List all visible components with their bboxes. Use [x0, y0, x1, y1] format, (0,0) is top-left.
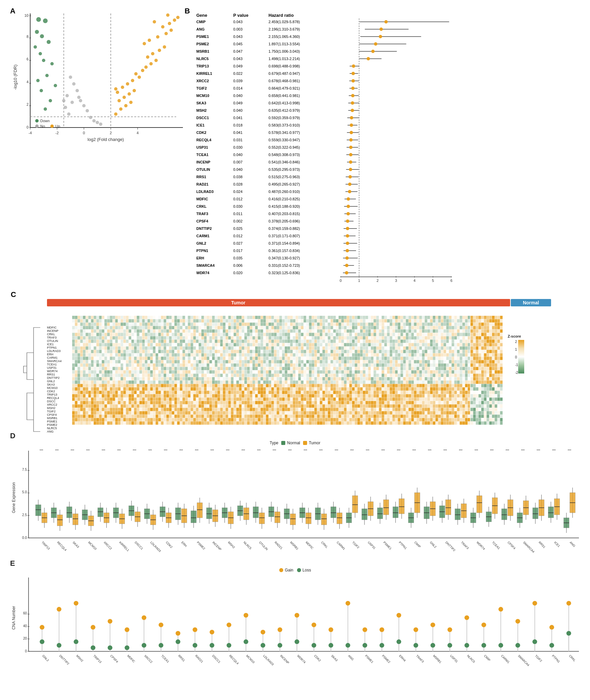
svg-point-622 [91, 625, 95, 630]
svg-text:SKA3: SKA3 [72, 541, 80, 548]
svg-point-677 [278, 628, 282, 632]
svg-point-56 [64, 106, 67, 109]
svg-point-179 [351, 101, 354, 105]
svg-text:CRKL: CRKL [196, 204, 207, 208]
svg-point-649 [176, 639, 180, 644]
svg-point-77 [149, 62, 153, 65]
svg-point-74 [116, 91, 119, 94]
svg-point-239 [348, 190, 351, 193]
svg-text:***: *** [288, 449, 292, 452]
svg-point-38 [45, 74, 49, 77]
svg-text:RAD21: RAD21 [195, 654, 204, 663]
svg-point-229 [348, 175, 352, 179]
panel-e-label: E [10, 559, 15, 567]
svg-text:ERH: ERH [181, 541, 188, 548]
zscore-legend: Z-score 2 1 0 -1 -2 [508, 334, 535, 425]
svg-text:XRCC2: XRCC2 [103, 541, 113, 550]
svg-rect-579 [548, 507, 553, 518]
svg-point-49 [82, 104, 86, 107]
svg-point-664 [227, 643, 231, 648]
svg-point-129 [380, 28, 383, 31]
volcano-plot: 0 2 4 6 8 10 -4 -2 0 2 4 [12, 10, 183, 144]
svg-text:4: 4 [413, 279, 415, 282]
svg-text:0.592(0.359-0.979): 0.592(0.359-0.979) [268, 116, 300, 120]
legend-tumor-label: Tumor [309, 441, 320, 445]
svg-point-71 [138, 76, 141, 79]
svg-text:OTULIN: OTULIN [196, 167, 210, 171]
svg-text:0.535(0.295-0.973): 0.535(0.295-0.973) [268, 167, 300, 171]
svg-point-707 [380, 628, 384, 632]
svg-point-42 [49, 99, 52, 102]
svg-point-41 [40, 89, 43, 92]
svg-text:RECQL4: RECQL4 [56, 541, 67, 552]
row-ab: A 0 2 4 6 8 10 -4 -2 [10, 7, 580, 283]
svg-rect-531 [455, 509, 460, 520]
svg-rect-542 [477, 496, 482, 513]
svg-text:2.155(1.065-4.360): 2.155(1.065-4.360) [268, 35, 300, 39]
svg-text:0.018: 0.018 [233, 123, 243, 127]
svg-point-732 [464, 615, 469, 620]
svg-point-284 [345, 256, 349, 260]
svg-rect-315 [36, 505, 41, 516]
svg-point-66 [128, 92, 131, 96]
svg-text:***: *** [242, 449, 245, 452]
svg-text:Down: Down [40, 119, 50, 123]
svg-text:***: *** [164, 449, 167, 452]
svg-text:0.658(0.441-0.981): 0.658(0.441-0.981) [268, 94, 300, 98]
svg-text:0.416(0.210-0.825): 0.416(0.210-0.825) [268, 197, 300, 201]
svg-text:Hazard ratio: Hazard ratio [268, 13, 294, 18]
svg-text:NLRC5: NLRC5 [466, 654, 476, 663]
svg-text:PSME1: PSME1 [364, 654, 374, 664]
svg-text:INCENP: INCENP [196, 160, 210, 164]
svg-text:GNL2: GNL2 [429, 541, 437, 549]
svg-rect-494 [383, 500, 389, 515]
svg-text:CDK2: CDK2 [196, 131, 206, 135]
svg-point-65 [122, 96, 126, 99]
svg-point-62 [124, 104, 128, 107]
svg-text:MSRB1: MSRB1 [432, 654, 442, 664]
svg-text:2: 2 [377, 279, 379, 282]
svg-point-704 [362, 643, 367, 648]
svg-point-619 [74, 639, 79, 644]
svg-point-79 [146, 55, 149, 59]
svg-point-52 [89, 116, 92, 119]
svg-point-36 [42, 59, 45, 62]
svg-rect-491 [377, 508, 383, 519]
svg-rect-555 [502, 509, 507, 520]
svg-text:Normal: Normal [523, 300, 539, 305]
svg-point-254 [346, 212, 350, 215]
svg-text:***: *** [148, 449, 152, 452]
svg-point-89 [168, 22, 171, 25]
svg-point-294 [345, 271, 348, 274]
svg-point-80 [151, 52, 154, 55]
svg-text:0.025: 0.025 [233, 227, 243, 231]
svg-text:0.635(0.412-0.979): 0.635(0.412-0.979) [268, 108, 300, 112]
svg-point-754 [532, 639, 537, 644]
svg-point-84 [148, 39, 151, 42]
svg-point-174 [351, 94, 354, 97]
svg-text:20: 20 [23, 637, 27, 640]
svg-text:0.0: 0.0 [22, 536, 27, 540]
svg-text:1: 1 [358, 279, 360, 282]
svg-rect-483 [362, 509, 367, 520]
svg-point-51 [67, 112, 70, 116]
svg-point-169 [351, 87, 355, 90]
svg-point-724 [431, 643, 435, 648]
svg-text:***: *** [521, 449, 525, 452]
svg-text:DSCC1: DSCC1 [211, 654, 221, 664]
svg-text:0.347(0.130-0.927): 0.347(0.130-0.927) [268, 256, 300, 260]
svg-point-607 [40, 625, 44, 630]
svg-text:ANG: ANG [347, 654, 354, 661]
svg-text:***: *** [350, 449, 354, 452]
svg-point-96 [35, 124, 39, 128]
svg-text:-log10 (FDR): -log10 (FDR) [13, 64, 18, 90]
panel-b: B Gene P value Hazard ratio 0 1 2 3 4 5 … [185, 7, 580, 283]
svg-point-747 [515, 619, 520, 623]
svg-point-269 [346, 234, 349, 238]
svg-text:60: 60 [23, 611, 27, 615]
svg-text:MSH2: MSH2 [76, 654, 84, 662]
svg-text:1.897(1.013-3.554): 1.897(1.013-3.554) [268, 42, 300, 46]
svg-text:USP31: USP31 [367, 541, 376, 550]
svg-text:PSME2: PSME2 [381, 654, 391, 664]
svg-text:TGIF2: TGIF2 [351, 541, 360, 549]
